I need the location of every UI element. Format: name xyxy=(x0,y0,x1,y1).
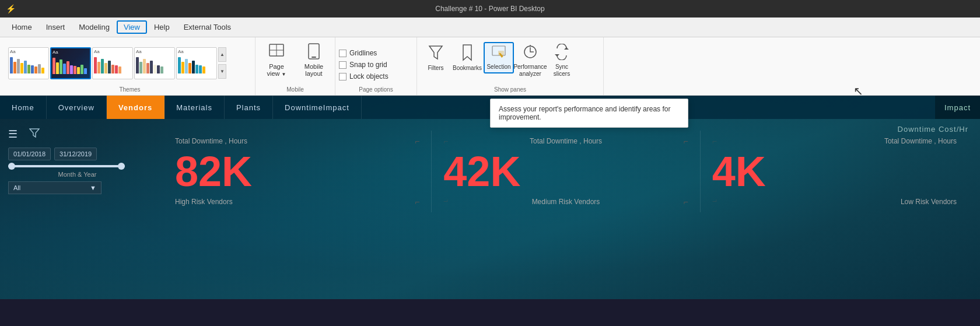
window-title: Challenge # 10 - Power BI Desktop xyxy=(435,5,544,13)
kpi-medium-risk: ⌐ Total Downtime , Hours ⌐ 42K ⌐ Medium … xyxy=(432,131,700,212)
performance-analyzer-label: Performanceanalyzer xyxy=(513,64,547,78)
tab-home[interactable]: Home xyxy=(0,96,47,119)
theme-classic[interactable]: Aa xyxy=(92,47,133,79)
menu-modeling[interactable]: Modeling xyxy=(72,20,117,34)
menu-view[interactable]: View xyxy=(117,20,147,34)
bookmarks-label: Bookmarks xyxy=(453,65,482,72)
menu-help[interactable]: Help xyxy=(147,20,177,34)
ribbon: Aa xyxy=(0,37,980,96)
tab-downtime-impact[interactable]: DowntimeImpact xyxy=(273,96,362,119)
page-view-label: Page view ▼ xyxy=(267,63,286,77)
tab-plants[interactable]: Plants xyxy=(225,96,273,119)
sync-slicers-icon xyxy=(554,44,570,64)
kpi-low-risk-title-text: Total Downtime , Hours xyxy=(884,137,957,145)
corner-mark-tr: ⌐ xyxy=(415,136,419,146)
corner-mark-tl3: ⌐ xyxy=(712,136,717,146)
kpi-medium-risk-title-text: Total Downtime , Hours xyxy=(530,137,602,145)
selection-pane-button[interactable]: Selection xyxy=(484,42,514,73)
snap-to-grid-label: Snap to grid xyxy=(349,61,387,69)
tab-materials[interactable]: Materials xyxy=(164,96,225,119)
mobile-layout-icon xyxy=(307,43,320,62)
bookmarks-pane-button[interactable]: Bookmarks xyxy=(452,42,482,73)
corner-mark-tr2: ⌐ xyxy=(683,136,688,146)
snap-to-grid-checkbox[interactable]: Snap to grid xyxy=(339,61,388,69)
sync-slicers-label: Syncslicers xyxy=(554,64,570,78)
tooltip-text: Assess your report's performance and ide… xyxy=(499,105,670,121)
themes-scroll-down[interactable]: ▼ xyxy=(218,64,226,79)
page-view-icon xyxy=(268,43,285,62)
performance-analyzer-pane-button[interactable]: Performanceanalyzer xyxy=(515,42,545,79)
themes-scroll[interactable]: ▲ ▼ xyxy=(218,47,226,79)
kpi-high-risk-subtitle-text: High Risk Vendors xyxy=(175,198,233,206)
page-options-checkboxes: Gridlines Snap to grid Lock objects xyxy=(339,44,388,80)
mobile-layout-button[interactable]: Mobile layout xyxy=(296,40,331,80)
menu-bar: Home Insert Modeling View Help External … xyxy=(0,17,980,37)
theme-default[interactable]: Aa xyxy=(8,47,49,79)
theme-city-park[interactable]: Aa xyxy=(176,47,217,79)
mobile-group-label: Mobile xyxy=(259,86,331,94)
show-panes-label: Show panes xyxy=(421,86,600,94)
kpi-medium-risk-title: ⌐ Total Downtime , Hours ⌐ xyxy=(443,136,688,146)
theme-accessible[interactable]: Aa xyxy=(134,47,175,79)
menu-home[interactable]: Home xyxy=(5,20,39,34)
left-sidebar: ☰ 01/01/2018 31/12/2019 Month & Year All… xyxy=(0,119,155,299)
themes-wrapper: Aa xyxy=(8,47,226,79)
themes-label: Themes xyxy=(8,86,251,94)
kpi-medium-risk-subtitle: ⌐ Medium Risk Vendors ⌐ xyxy=(443,197,688,206)
page-view-button[interactable]: Page view ▼ xyxy=(259,40,294,80)
corner-mark-br: ⌐ xyxy=(415,197,419,206)
date-range: 01/01/2018 31/12/2019 xyxy=(8,148,146,160)
scale-mobile-group: Page view ▼ Mobile layout Mobile xyxy=(256,37,335,95)
filters-icon xyxy=(428,44,443,65)
corner-mark-br2: ⌐ xyxy=(683,197,688,206)
date-to[interactable]: 31/12/2019 xyxy=(54,148,97,160)
impact-label: Impact xyxy=(935,96,980,119)
filters-label: Filters xyxy=(428,65,443,72)
lock-objects-check-box[interactable] xyxy=(339,73,346,80)
filters-pane-button[interactable]: Filters xyxy=(421,42,451,73)
snap-to-grid-check-box[interactable] xyxy=(339,61,346,69)
theme-colorful[interactable]: Aa xyxy=(50,47,91,79)
app-icon: ⚡ xyxy=(6,4,16,13)
mobile-layout-label: Mobile layout xyxy=(304,63,323,77)
slider-thumb-left[interactable] xyxy=(8,163,15,170)
sidebar-top-controls: ☰ xyxy=(8,127,146,141)
gridlines-checkbox[interactable]: Gridlines xyxy=(339,49,388,57)
slider-thumb-right[interactable] xyxy=(118,163,125,170)
lock-objects-checkbox[interactable]: Lock objects xyxy=(339,72,388,80)
gridlines-check-box[interactable] xyxy=(339,50,346,57)
svg-rect-4 xyxy=(312,57,316,58)
dropdown-arrow-icon: ▼ xyxy=(90,184,96,191)
kpi-low-risk-subtitle-text: Low Risk Vendors xyxy=(901,198,957,206)
sync-slicers-pane-button[interactable]: Syncslicers xyxy=(547,42,577,79)
kpi-medium-risk-subtitle-text: Medium Risk Vendors xyxy=(532,198,600,206)
kpi-medium-risk-value: 42K xyxy=(443,150,688,192)
filter-icon[interactable] xyxy=(29,127,40,141)
show-panes-group: Filters Bookmarks xyxy=(417,37,604,95)
hamburger-icon[interactable]: ☰ xyxy=(8,128,18,141)
kpi-low-risk-title: ⌐ Total Downtime , Hours xyxy=(712,136,957,146)
tab-overview[interactable]: Overview xyxy=(47,96,107,119)
kpi-high-risk-subtitle: High Risk Vendors ⌐ xyxy=(175,197,419,206)
dropdown-value: All xyxy=(13,184,20,191)
bookmarks-icon xyxy=(461,44,474,65)
tab-vendors[interactable]: Vendors xyxy=(107,96,164,119)
svg-marker-11 xyxy=(564,47,569,50)
corner-mark-tl2: ⌐ xyxy=(443,136,448,146)
date-slider[interactable] xyxy=(8,165,125,167)
menu-insert[interactable]: Insert xyxy=(39,20,72,34)
date-from[interactable]: 01/01/2018 xyxy=(8,148,51,160)
page-options-group: Gridlines Snap to grid Lock objects Page… xyxy=(335,37,417,95)
themes-scroll-up[interactable]: ▲ xyxy=(218,47,226,62)
menu-external-tools[interactable]: External Tools xyxy=(177,20,238,34)
kpi-high-risk-title: Total Downtime , Hours ⌐ xyxy=(175,136,419,146)
svg-marker-12 xyxy=(555,54,559,57)
kpi-low-risk-value: 4K xyxy=(712,150,957,192)
kpi-low-risk: ⌐ Total Downtime , Hours 4K ⌐ Low Risk V… xyxy=(701,131,968,212)
month-year-label: Month & Year xyxy=(8,171,146,178)
kpi-high-risk-value: 82K xyxy=(175,150,419,192)
lock-objects-label: Lock objects xyxy=(349,72,388,80)
month-year-dropdown[interactable]: All ▼ xyxy=(8,181,102,194)
kpi-low-risk-subtitle: ⌐ Low Risk Vendors xyxy=(712,197,957,206)
slider-fill xyxy=(8,165,125,167)
